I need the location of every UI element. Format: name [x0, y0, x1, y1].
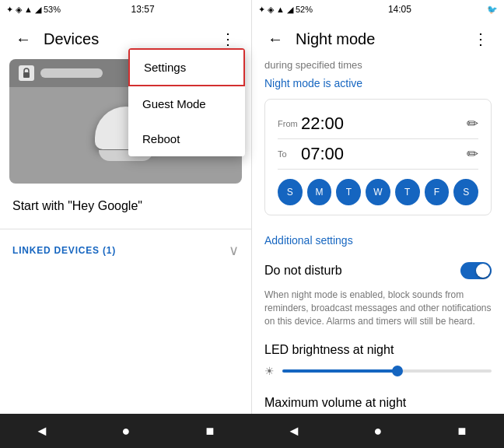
signal-icon: ▲	[24, 5, 33, 14]
r-battery-pct: 52%	[296, 5, 313, 14]
hey-google-section: Start with "Hey Google"	[0, 184, 251, 229]
twitter-icon: 🐦	[487, 5, 498, 15]
led-brightness-section: LED brightness at night ☀	[264, 337, 492, 390]
do-not-disturb-label: Do not disturb	[264, 264, 460, 278]
left-recent-nav[interactable]: ■	[179, 423, 241, 439]
back-button[interactable]: ←	[9, 25, 37, 53]
left-bottom-nav: ◄ ● ■	[0, 414, 252, 448]
left-back-nav[interactable]: ◄	[11, 423, 73, 439]
left-status-bar: ✦ ◈ ▲ ◢ 53% 13:57 icons	[0, 0, 251, 19]
from-label: From	[278, 119, 301, 128]
bottom-navigation: ◄ ● ■ ◄ ● ■	[0, 414, 504, 448]
hey-google-text: Start with "Hey Google"	[12, 199, 142, 212]
day-sunday[interactable]: S	[278, 179, 303, 205]
linked-devices-label: LINKED DEVICES (1)	[12, 245, 229, 256]
max-volume-section: Maximum volume at night 🔈	[264, 390, 492, 414]
right-recent-nav[interactable]: ■	[431, 423, 493, 439]
bluetooth-icon: ✦	[6, 5, 13, 15]
from-value: 22:00	[301, 114, 467, 134]
linked-devices-row[interactable]: LINKED DEVICES (1) ∨	[0, 229, 251, 271]
day-friday[interactable]: F	[425, 179, 450, 205]
day-monday[interactable]: M	[307, 179, 332, 205]
battery-pct: 53%	[44, 5, 61, 14]
night-mode-active-label: Night mode is active	[264, 74, 492, 99]
time-card: From 22:00 ✏ To 07:00 ✏ S M T W T	[264, 99, 492, 215]
additional-settings-label: Additional settings	[264, 228, 492, 253]
r-bluetooth-icon: ✦	[258, 5, 265, 15]
toggle-knob	[476, 264, 490, 278]
to-label: To	[278, 149, 301, 159]
right-toolbar: ← Night mode ⋮	[252, 19, 504, 59]
lock-icon	[19, 65, 34, 81]
dropdown-settings[interactable]: Settings	[128, 48, 245, 86]
right-more-button[interactable]: ⋮	[467, 25, 495, 53]
svg-rect-0	[23, 72, 30, 78]
dropdown-guest-mode[interactable]: Guest Mode	[128, 86, 245, 121]
r-nfc-icon: ◈	[268, 5, 274, 15]
right-panel-content: during specified times Night mode is act…	[252, 59, 504, 414]
max-volume-title: Maximum volume at night	[264, 396, 492, 410]
from-row: From 22:00 ✏	[278, 109, 478, 139]
left-home-nav[interactable]: ●	[95, 423, 157, 439]
left-time: 13:57	[131, 4, 155, 15]
device-name-blur	[40, 68, 103, 78]
r-wifi-icon: ◢	[287, 5, 293, 15]
brightness-low-icon: ☀	[264, 365, 275, 377]
day-tuesday[interactable]: T	[336, 179, 361, 205]
led-brightness-track[interactable]	[282, 369, 492, 373]
led-brightness-thumb[interactable]	[392, 366, 403, 376]
dropdown-menu: Settings Guest Mode Reboot	[128, 48, 245, 156]
top-note: during specified times	[264, 59, 492, 71]
right-page-title: Night mode	[296, 30, 460, 48]
to-value: 07:00	[301, 144, 467, 164]
to-edit-icon[interactable]: ✏	[467, 145, 478, 163]
led-brightness-fill	[282, 369, 397, 373]
led-brightness-title: LED brightness at night	[264, 343, 492, 357]
led-brightness-slider-row: ☀	[264, 365, 492, 377]
right-time: 14:05	[388, 4, 411, 15]
page-title: Devices	[44, 30, 208, 48]
right-status-bar: ✦ ◈ ▲ ◢ 52% 14:05 🐦	[252, 0, 504, 19]
to-row: To 07:00 ✏	[278, 139, 478, 170]
day-thursday[interactable]: T	[395, 179, 420, 205]
from-edit-icon[interactable]: ✏	[467, 115, 478, 132]
do-not-disturb-description: When night mode is enabled, block sounds…	[264, 289, 492, 337]
right-back-button[interactable]: ←	[261, 25, 289, 53]
dropdown-reboot[interactable]: Reboot	[128, 121, 245, 156]
wifi-icon: ◢	[35, 5, 41, 15]
days-row: S M T W T F S	[278, 170, 478, 205]
right-back-nav[interactable]: ◄	[263, 423, 325, 439]
day-wednesday[interactable]: W	[366, 179, 390, 205]
right-home-nav[interactable]: ●	[347, 423, 409, 439]
right-bottom-nav: ◄ ● ■	[252, 414, 504, 448]
r-signal-icon: ▲	[276, 5, 285, 14]
day-saturday[interactable]: S	[453, 179, 478, 205]
do-not-disturb-toggle[interactable]	[460, 262, 492, 279]
nfc-icon: ◈	[16, 5, 22, 15]
chevron-down-icon: ∨	[229, 242, 239, 259]
do-not-disturb-row: Do not disturb	[264, 253, 492, 289]
